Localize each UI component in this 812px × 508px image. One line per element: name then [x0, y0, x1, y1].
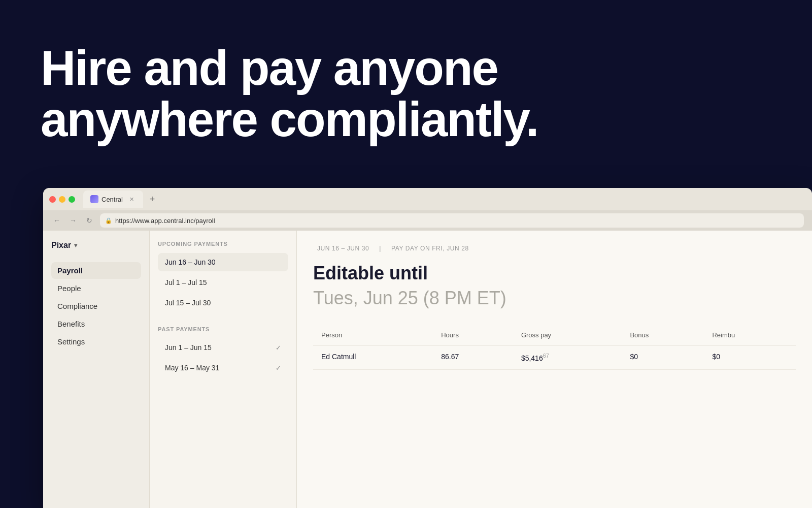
- payment-item-jul1-jul15[interactable]: Jul 1 – Jul 15: [158, 273, 288, 292]
- tab-close-button[interactable]: ✕: [128, 195, 136, 203]
- sidebar-item-people[interactable]: People: [51, 280, 141, 297]
- active-tab[interactable]: Central ✕: [83, 190, 143, 208]
- lock-icon: 🔒: [105, 217, 112, 224]
- hero-section: Hire and pay anyone anywhere compliantly…: [0, 0, 812, 188]
- payment-item-jun16-jun30[interactable]: Jun 16 – Jun 30: [158, 253, 288, 271]
- col-hours: Hours: [433, 325, 513, 345]
- app-content: Pixar ▾ Payroll People Compliance Benefi…: [43, 231, 812, 508]
- period-header: JUN 16 – JUN 30 | PAY DAY ON FRI, JUN 28: [313, 245, 796, 252]
- traffic-lights: [49, 196, 75, 203]
- col-bonus: Bonus: [622, 325, 704, 345]
- browser-window: Central ✕ + ← → ↻ 🔒 https://www.app.cent…: [43, 188, 812, 508]
- cell-person: Ed Catmull: [313, 345, 433, 370]
- payment-item-may16-may31[interactable]: May 16 – May 31 ✓: [158, 359, 288, 377]
- payment-item-jun1-jun15[interactable]: Jun 1 – Jun 15 ✓: [158, 338, 288, 357]
- chevron-down-icon: ▾: [74, 242, 77, 249]
- gross-pay-super: 67: [543, 353, 549, 359]
- sidebar-item-compliance[interactable]: Compliance: [51, 298, 141, 314]
- tab-favicon: [90, 195, 98, 203]
- maximize-button[interactable]: [69, 196, 75, 203]
- back-button[interactable]: ←: [51, 215, 62, 226]
- cell-bonus: $0: [622, 345, 704, 370]
- payments-panel: UPCOMING PAYMENTS Jun 16 – Jun 30 Jul 1 …: [150, 231, 297, 508]
- url-text: https://www.app.central.inc/payroll: [115, 217, 215, 225]
- past-payments-label: PAST PAYMENTS: [158, 326, 288, 332]
- editable-date: Tues, Jun 25 (8 PM ET): [313, 287, 796, 309]
- tab-bar: Central ✕ +: [83, 190, 806, 208]
- sidebar: Pixar ▾ Payroll People Compliance Benefi…: [43, 231, 150, 508]
- pay-day: PAY DAY ON FRI, JUN 28: [391, 245, 469, 252]
- cell-gross-pay: $5,41667: [513, 345, 622, 370]
- cell-hours: 86.67: [433, 345, 513, 370]
- address-bar-row: ← → ↻ 🔒 https://www.app.central.inc/payr…: [43, 210, 812, 231]
- col-person: Person: [313, 325, 433, 345]
- address-bar[interactable]: 🔒 https://www.app.central.inc/payroll: [100, 213, 804, 228]
- refresh-button[interactable]: ↻: [84, 215, 95, 226]
- hero-text: Hire and pay anyone anywhere compliantly…: [41, 43, 538, 145]
- editable-label: Editable until: [313, 262, 796, 284]
- period-separator: |: [379, 245, 381, 252]
- upcoming-payments-label: UPCOMING PAYMENTS: [158, 241, 288, 247]
- payroll-table: Person Hours Gross pay Bonus Reimbu Ed C…: [313, 325, 796, 370]
- period-range: JUN 16 – JUN 30: [317, 245, 369, 252]
- main-content: JUN 16 – JUN 30 | PAY DAY ON FRI, JUN 28…: [297, 231, 812, 508]
- forward-button[interactable]: →: [67, 215, 79, 226]
- sidebar-item-settings[interactable]: Settings: [51, 333, 141, 350]
- close-button[interactable]: [49, 196, 56, 203]
- browser-chrome: Central ✕ +: [43, 188, 812, 210]
- check-icon-may16: ✓: [276, 364, 281, 372]
- col-reimbu: Reimbu: [704, 325, 796, 345]
- sidebar-item-benefits[interactable]: Benefits: [51, 315, 141, 332]
- tab-label: Central: [101, 196, 123, 203]
- minimize-button[interactable]: [59, 196, 65, 203]
- col-gross-pay: Gross pay: [513, 325, 622, 345]
- payment-item-jul15-jul30[interactable]: Jul 15 – Jul 30: [158, 294, 288, 312]
- cell-reimbu: $0: [704, 345, 796, 370]
- new-tab-button[interactable]: +: [145, 192, 159, 206]
- org-selector[interactable]: Pixar ▾: [51, 241, 141, 250]
- sidebar-item-payroll[interactable]: Payroll: [51, 262, 141, 279]
- check-icon-jun1: ✓: [276, 344, 281, 352]
- org-name: Pixar: [51, 241, 71, 250]
- table-row: Ed Catmull 86.67 $5,41667 $0 $0: [313, 345, 796, 370]
